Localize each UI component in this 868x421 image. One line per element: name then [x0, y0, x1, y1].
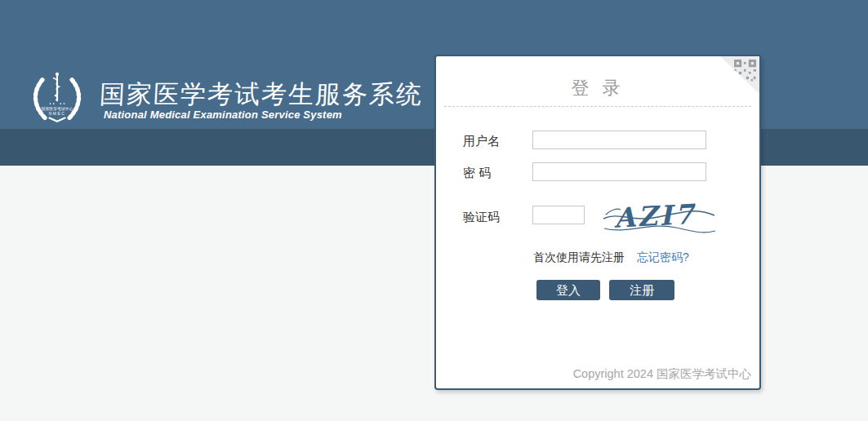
- login-button[interactable]: 登入: [536, 280, 600, 300]
- register-hint-link[interactable]: 首次使用请先注册: [533, 250, 625, 264]
- app-subtitle: National Medical Examination Service Sys…: [104, 109, 342, 121]
- password-label: 密 码: [463, 166, 491, 181]
- links-row: 首次使用请先注册 忘记密码?: [533, 250, 689, 265]
- password-input[interactable]: [532, 162, 706, 181]
- dashed-separator: [444, 106, 751, 107]
- svg-text:NMEC: NMEC: [49, 112, 66, 116]
- register-button[interactable]: 注册: [609, 280, 674, 300]
- forgot-password-link[interactable]: 忘记密码?: [637, 250, 689, 264]
- captcha-image[interactable]: AZI7: [601, 195, 717, 237]
- captcha-input[interactable]: [532, 206, 585, 224]
- login-card: 登 录 用户名 密 码 验证码 AZI7 首次使用请先注册 忘记密码? 登入 注…: [434, 55, 761, 390]
- captcha-label: 验证码: [463, 210, 500, 225]
- captcha-text: AZI7: [612, 198, 697, 234]
- copyright-text: Copyright 2024 国家医学考试中心: [573, 366, 751, 382]
- app-title: 国家医学考试考生服务系统: [99, 78, 424, 112]
- username-label: 用户名: [463, 134, 500, 149]
- username-input[interactable]: [532, 131, 706, 149]
- svg-text:国家医学考试中心: 国家医学考试中心: [42, 106, 73, 112]
- nmec-emblem-icon: 国家医学考试中心 NMEC: [29, 69, 85, 124]
- login-card-title: 登 录: [436, 76, 759, 100]
